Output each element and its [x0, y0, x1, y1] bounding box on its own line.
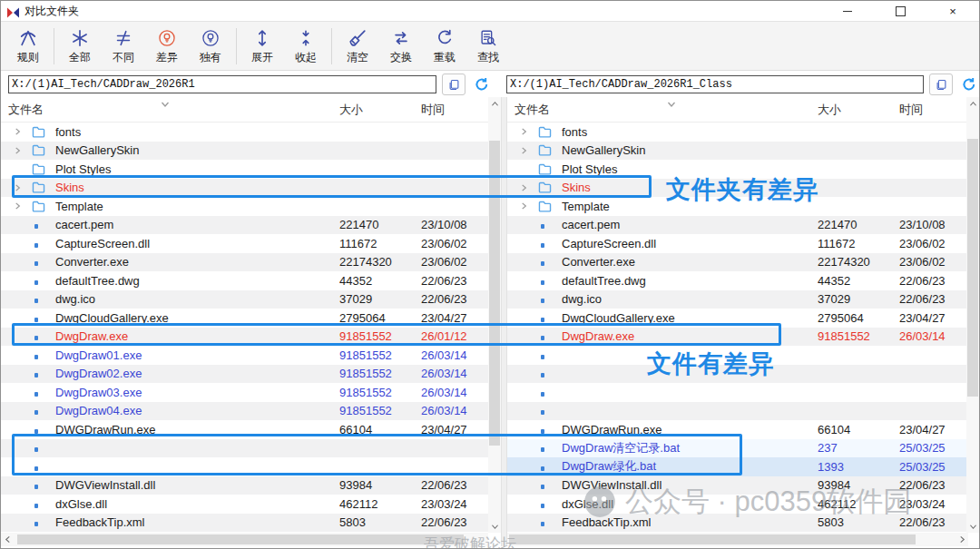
right-horizontal-scrollbar[interactable] — [507, 533, 968, 546]
folder-row[interactable]: NewGallerySkin — [507, 142, 966, 161]
folder-row[interactable]: Template — [507, 197, 966, 216]
minimize-button[interactable] — [821, 1, 874, 21]
folder-row[interactable]: Skins — [1, 179, 488, 198]
file-row[interactable]: DwgDraw清空记录.bat23725/03/25 — [507, 439, 966, 458]
file-row[interactable]: FeedbackTip.xml580322/06/23 — [507, 514, 966, 533]
file-row[interactable]: defaultTree.dwg4435222/06/23 — [507, 271, 966, 290]
column-filename[interactable]: 文件名 — [8, 102, 339, 118]
expand-chevron-icon[interactable] — [14, 146, 32, 155]
right-vertical-scrollbar[interactable] — [966, 97, 979, 533]
file-row[interactable]: DWGDrawRun.exe6610423/04/27 — [1, 420, 488, 439]
column-filename[interactable]: 文件名 — [514, 102, 818, 118]
file-row[interactable]: DwgDraw.exe9185155226/03/14 — [507, 328, 966, 347]
empty-row[interactable] — [507, 346, 966, 365]
file-row[interactable]: dwg.ico3702922/06/23 — [1, 290, 488, 309]
column-size[interactable]: 大小 — [818, 102, 899, 118]
expand-chevron-icon[interactable] — [520, 127, 538, 136]
file-row[interactable]: DwgDraw绿化.bat139325/03/25 — [507, 457, 966, 476]
rules-button[interactable]: 规则 — [6, 25, 50, 67]
collapse-button[interactable]: 收起 — [284, 25, 328, 67]
expand-chevron-icon[interactable] — [14, 127, 32, 136]
folder-row[interactable]: fonts — [507, 123, 966, 142]
scrollbar-thumb[interactable] — [509, 534, 916, 544]
scrollbar-thumb[interactable] — [17, 534, 464, 544]
file-row[interactable]: Converter.exe2217432023/06/02 — [507, 253, 966, 272]
file-row[interactable]: DWGViewInstall.dll9398422/06/23 — [1, 476, 488, 495]
maximize-button[interactable] — [874, 1, 926, 21]
empty-row[interactable] — [1, 457, 488, 476]
left-horizontal-scrollbar[interactable] — [1, 533, 488, 546]
file-row[interactable]: DWGDrawRun.exe6610423/04/27 — [507, 420, 966, 439]
scroll-right-icon[interactable] — [956, 533, 968, 546]
file-row[interactable]: dxGlse.dll46211223/03/24 — [1, 495, 488, 514]
file-row[interactable]: DWGViewInstall.dll9398422/06/23 — [507, 476, 966, 495]
file-row[interactable]: DwgDraw02.exe9185155226/03/14 — [1, 365, 488, 384]
left-path-input[interactable] — [8, 75, 436, 93]
empty-row[interactable] — [507, 365, 966, 384]
expand-button[interactable]: 展开 — [240, 25, 284, 67]
expand-chevron-icon[interactable] — [14, 183, 32, 192]
file-size: 111672 — [339, 237, 421, 250]
folder-row[interactable]: Plot Styles — [1, 160, 488, 179]
file-row[interactable]: CaptureScreen.dll11167223/06/02 — [1, 234, 488, 253]
toolbar-button-label: 独有 — [200, 50, 221, 65]
expand-chevron-icon[interactable] — [14, 201, 32, 211]
empty-row[interactable] — [507, 402, 966, 421]
file-name: DwgDraw绿化.bat — [562, 458, 818, 475]
left-refresh-button[interactable] — [472, 74, 492, 94]
file-row[interactable]: DwgDraw01.exe9185155226/03/14 — [1, 346, 488, 365]
column-size[interactable]: 大小 — [339, 102, 421, 118]
file-row[interactable]: Converter.exe2217432023/06/02 — [1, 253, 488, 272]
file-row[interactable]: CaptureScreen.dll11167223/06/02 — [507, 234, 966, 253]
file-row[interactable]: DwgDraw04.exe9185155226/03/14 — [1, 402, 488, 421]
file-row[interactable]: dwg.ico3702922/06/23 — [507, 290, 966, 309]
close-button[interactable]: × — [926, 1, 979, 21]
scroll-left-icon[interactable] — [1, 533, 14, 546]
file-row[interactable]: cacert.pem22147023/10/08 — [507, 216, 966, 235]
scroll-up-icon[interactable] — [488, 97, 501, 110]
file-size: 221470 — [818, 218, 899, 231]
diff-bulb-button[interactable]: 差异 — [145, 25, 189, 67]
unique-bulb-button[interactable]: 独有 — [189, 25, 232, 67]
folder-row[interactable]: Template — [1, 197, 488, 216]
clear-button[interactable]: 清空 — [336, 25, 379, 67]
file-row[interactable]: DwgCloudGallery.exe279506423/04/27 — [1, 309, 488, 328]
find-button[interactable]: 查找 — [466, 25, 510, 67]
right-column-header[interactable]: 文件名 大小 时间 — [507, 97, 979, 123]
scrollbar-thumb[interactable] — [967, 139, 978, 397]
right-browse-button[interactable] — [929, 74, 953, 95]
all-button[interactable]: 全部 — [58, 25, 102, 67]
scroll-down-icon[interactable] — [488, 520, 501, 533]
scroll-down-icon[interactable] — [966, 520, 979, 533]
file-dot-icon — [32, 351, 55, 359]
expand-chevron-icon[interactable] — [520, 201, 538, 211]
file-row[interactable]: defaultTree.dwg4435222/06/23 — [1, 271, 488, 290]
file-row[interactable]: DwgCloudGallery.exe279506423/04/27 — [507, 309, 966, 328]
column-time[interactable]: 时间 — [899, 102, 966, 118]
reload-button[interactable]: 重载 — [423, 25, 466, 67]
file-row[interactable]: FeedbackTip.xml580322/06/23 — [1, 514, 488, 533]
empty-row[interactable] — [1, 439, 488, 458]
right-path-input[interactable] — [506, 75, 924, 93]
file-row[interactable]: cacert.pem22147023/10/08 — [1, 216, 488, 235]
scroll-up-icon[interactable] — [966, 97, 979, 110]
file-row[interactable]: dxGlse.dll46211223/03/24 — [507, 495, 966, 514]
folder-row[interactable]: NewGallerySkin — [1, 142, 488, 161]
folder-row[interactable]: Plot Styles — [507, 160, 966, 179]
column-time[interactable]: 时间 — [421, 102, 488, 118]
empty-row[interactable] — [507, 383, 966, 402]
file-time: 26/01/12 — [421, 329, 488, 343]
not-equal-button[interactable]: 不同 — [102, 25, 145, 67]
left-vertical-scrollbar[interactable] — [488, 97, 501, 533]
left-column-header[interactable]: 文件名 大小 时间 — [1, 97, 501, 123]
expand-chevron-icon[interactable] — [520, 183, 538, 192]
left-browse-button[interactable] — [442, 74, 466, 95]
folder-row[interactable]: fonts — [1, 123, 488, 142]
expand-chevron-icon[interactable] — [520, 146, 538, 155]
right-refresh-button[interactable] — [959, 74, 979, 94]
scrollbar-thumb[interactable] — [489, 141, 500, 446]
swap-button[interactable]: 交换 — [379, 25, 423, 67]
file-row[interactable]: DwgDraw.exe9185155226/01/12 — [1, 328, 488, 347]
file-row[interactable]: DwgDraw03.exe9185155226/03/14 — [1, 383, 488, 402]
folder-row[interactable]: Skins — [507, 179, 966, 198]
